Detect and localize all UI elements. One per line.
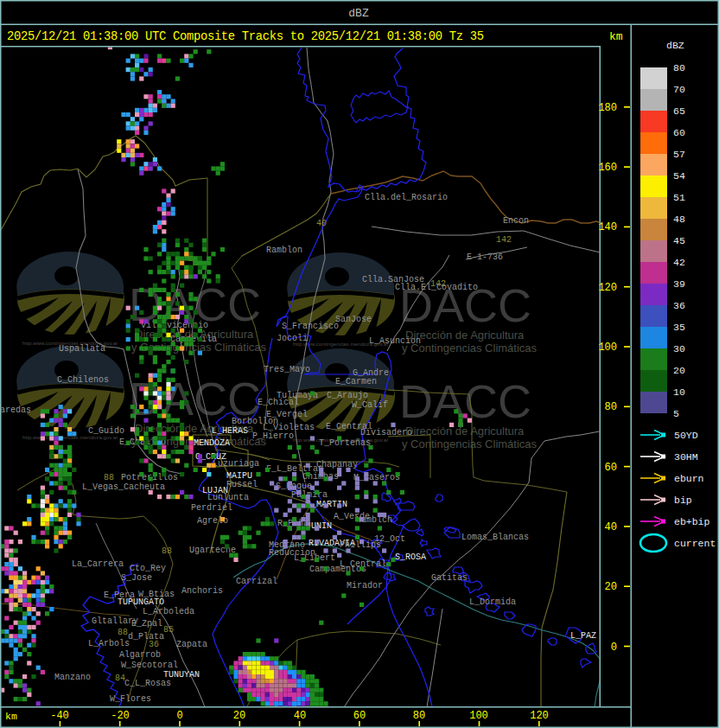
svg-text:-20: -20 (111, 710, 130, 722)
svg-text:65: 65 (673, 105, 685, 117)
svg-text:20: 20 (605, 581, 617, 593)
svg-text:eburn: eburn (674, 473, 704, 484)
svg-text:51: 51 (673, 192, 685, 203)
svg-text:S_ROSA: S_ROSA (395, 552, 426, 562)
svg-text:L_Arbols: L_Arbols (88, 639, 130, 648)
svg-text:eb+bip: eb+bip (674, 516, 710, 527)
svg-text:85: 85 (163, 625, 174, 635)
svg-text:S_Jose: S_Jose (121, 573, 152, 583)
svg-text:y Contingencias Climáticas: y Contingencias Climáticas (402, 342, 538, 354)
svg-text:current: current (674, 538, 716, 549)
svg-text:La_Carrera: La_Carrera (72, 559, 124, 569)
svg-text:C_Araujo: C_Araujo (327, 391, 368, 400)
svg-text:Cto_Rey: Cto_Rey (130, 564, 166, 573)
svg-text:Dirección de Agricultura: Dirección de Agricultura (405, 425, 525, 437)
svg-text:W_Calif: W_Calif (352, 400, 388, 410)
svg-text:Encon: Encon (503, 216, 529, 226)
svg-text:120: 120 (598, 282, 617, 294)
svg-text:42: 42 (673, 257, 685, 268)
svg-text:y Contingencias Climáticas: y Contingencias Climáticas (402, 437, 538, 450)
svg-text:Algarrob: Algarrob (119, 650, 161, 660)
svg-text:88: 88 (104, 473, 114, 482)
svg-text:Dirección de Agricultura: Dirección de Agricultura (405, 329, 525, 342)
svg-text:Ramblon: Ramblon (266, 246, 302, 255)
svg-text:L_Dormida: L_Dormida (469, 597, 516, 607)
svg-text:dBZ: dBZ (348, 7, 369, 20)
svg-text:30HM: 30HM (674, 451, 698, 463)
svg-text:Tres_Mayo: Tres_Mayo (264, 365, 310, 374)
svg-text:bip: bip (674, 495, 692, 506)
svg-text:Jocoli: Jocoli (277, 334, 308, 343)
svg-text:50YD: 50YD (674, 430, 698, 441)
svg-text:Carrizal: Carrizal (236, 577, 277, 586)
svg-text:Luzuriaga: Luzuriaga (213, 459, 259, 469)
svg-text:L_HERAS: L_HERAS (212, 426, 248, 436)
svg-text:100: 100 (598, 342, 617, 354)
svg-text:Uspallata: Uspallata (59, 344, 105, 354)
svg-text:M_Caseros: M_Caseros (353, 473, 400, 482)
svg-text:57: 57 (673, 149, 685, 160)
svg-text:E-1-736: E-1-736 (467, 252, 503, 262)
svg-text:80: 80 (673, 62, 685, 73)
svg-text:-40: -40 (50, 710, 69, 722)
svg-text:60: 60 (605, 462, 617, 474)
svg-text:88: 88 (118, 628, 128, 637)
svg-text:aredas: aredas (0, 406, 31, 415)
svg-text:140: 140 (598, 221, 617, 233)
svg-text:54: 54 (673, 170, 685, 182)
svg-text:30: 30 (673, 343, 685, 354)
svg-text:60: 60 (673, 127, 685, 138)
svg-text:2025/12/21 01:38:00 UTC Compos: 2025/12/21 01:38:00 UTC Composite Tracks… (7, 30, 484, 43)
svg-text:L_Asuncion: L_Asuncion (369, 336, 421, 346)
svg-text:DACC: DACC (399, 375, 531, 427)
svg-text:Clla.El_Covadito: Clla.El_Covadito (395, 283, 478, 292)
svg-text:80: 80 (413, 710, 425, 722)
svg-text:35: 35 (673, 322, 685, 333)
svg-text:142: 142 (496, 235, 512, 245)
svg-text:40: 40 (605, 521, 617, 533)
svg-text:36: 36 (149, 640, 159, 649)
svg-text:10: 10 (673, 386, 685, 398)
svg-text:70: 70 (673, 84, 685, 95)
svg-text:48: 48 (673, 214, 685, 225)
svg-text:Campamentos: Campamentos (309, 565, 366, 574)
svg-text:5: 5 (673, 408, 679, 419)
svg-text:T_Porteñas: T_Porteñas (319, 438, 371, 448)
svg-text:S_Francisco: S_Francisco (282, 322, 339, 331)
svg-text:36: 36 (673, 300, 685, 311)
svg-text:C_Guido: C_Guido (88, 426, 124, 436)
svg-text:E_Chical: E_Chical (258, 398, 299, 407)
svg-text:Manzano: Manzano (54, 673, 91, 682)
svg-text:L_PAZ: L_PAZ (570, 631, 596, 641)
svg-text:MENDOZA: MENDOZA (194, 438, 230, 448)
svg-text:160: 160 (598, 162, 617, 174)
svg-text:Lomas_Blancas: Lomas_Blancas (461, 533, 529, 542)
svg-text:L_Arboleda: L_Arboleda (143, 607, 194, 616)
svg-text:180: 180 (598, 102, 617, 114)
svg-text:40: 40 (316, 219, 327, 228)
svg-text:Clla.del_Rosario: Clla.del_Rosario (365, 193, 448, 202)
svg-text:Zapata: Zapata (176, 640, 207, 649)
svg-text:Perdriel: Perdriel (191, 503, 232, 513)
svg-text:45: 45 (673, 235, 685, 246)
svg-text:Lunlunta: Lunlunta (207, 493, 249, 502)
svg-text:C_L_Rosas: C_L_Rosas (124, 679, 171, 688)
svg-text:C_Chilenos: C_Chilenos (57, 375, 109, 385)
svg-text:E_Zpal: E_Zpal (131, 619, 162, 629)
svg-text:Gatitas: Gatitas (431, 573, 468, 583)
svg-text:P_Hierro: P_Hierro (252, 431, 294, 441)
svg-text:20: 20 (233, 710, 245, 722)
svg-text:88: 88 (162, 546, 172, 556)
svg-text:Russel: Russel (226, 480, 258, 489)
svg-text:Mirador: Mirador (347, 581, 383, 591)
svg-text:60: 60 (353, 710, 366, 722)
svg-text:0: 0 (176, 710, 182, 722)
svg-text:100: 100 (469, 710, 488, 722)
svg-text:Divisadero: Divisadero (360, 428, 412, 437)
svg-text:80: 80 (605, 401, 617, 413)
svg-text:0: 0 (611, 642, 617, 654)
svg-text:SanJose: SanJose (335, 315, 372, 324)
svg-text:E_Carmen: E_Carmen (335, 377, 377, 386)
svg-text:120: 120 (530, 710, 549, 722)
svg-text:Anchoris: Anchoris (181, 586, 223, 596)
